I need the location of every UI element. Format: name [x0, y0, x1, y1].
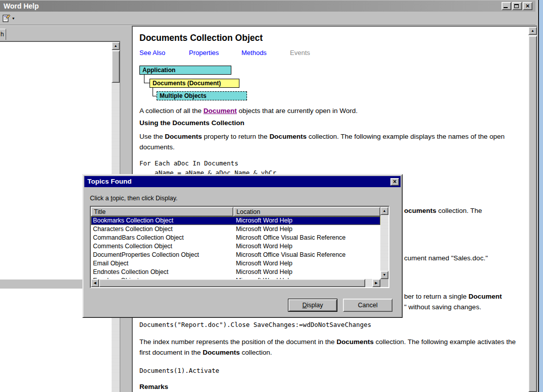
topic-row[interactable]: DocumentProperties Collection Object Mic… [91, 251, 380, 259]
list-item[interactable]: EmailSignature Object [0, 334, 112, 343]
topic-location-cell: Microsoft Word Help [233, 216, 292, 225]
column-header-title[interactable]: Title [91, 207, 233, 216]
topic-location-cell: Microsoft Word Help [233, 259, 292, 268]
tab-search-fragment[interactable]: h [0, 29, 6, 40]
scroll-up-button[interactable]: ▲ [112, 42, 120, 50]
methods-link[interactable]: Methods [241, 49, 267, 57]
scroll-up-icon: ▲ [114, 44, 118, 47]
tab-label: h [1, 31, 4, 38]
topic-title-cell: CommandBars Collection Object [91, 234, 233, 242]
maximize-button[interactable] [512, 2, 522, 10]
dialog-close-button[interactable]: × [390, 178, 399, 186]
list-item[interactable]: EmailOptions Object [0, 325, 112, 334]
list-item[interactable]: Envelope Object [0, 361, 112, 370]
code-activate: Documents(1).Activate [139, 366, 219, 375]
topic-location-cell: Microsoft Word Help [233, 242, 292, 251]
list-item[interactable]: Endnote Object [0, 343, 112, 352]
scroll-up-button[interactable]: ▲ [380, 207, 388, 215]
list-item[interactable]: AutoCorrectEntry Object [0, 125, 112, 134]
list-item[interactable]: - K [0, 379, 112, 388]
topic-row[interactable]: Endnotes Collection Object Microsoft Wor… [91, 268, 380, 276]
scrollbar-corner [380, 279, 388, 287]
list-item[interactable]: w Objects and Collections [0, 43, 112, 52]
window-titlebar: Word Help × [0, 1, 535, 12]
list-item[interactable]: AutoCorrect Object [0, 116, 112, 125]
events-link-disabled: Events [290, 49, 310, 57]
properties-link[interactable]: Properties [189, 49, 219, 57]
topic-row[interactable]: Email Object Microsoft Word Help [91, 259, 380, 268]
list-item[interactable]: AddIns Collection Object [0, 71, 112, 80]
diagram-box-application[interactable]: Application [139, 66, 231, 75]
word-help-window: Word Help × ▼ h w Objects [0, 0, 539, 392]
list-item[interactable]: - B [0, 52, 112, 62]
list-item[interactable]: Endnotes Collection Object [0, 352, 112, 361]
dialog-title: Topics Found [87, 178, 132, 185]
topic-location-cell: Microsoft Word Help [233, 225, 292, 234]
list-item[interactable]: Bookmark Object [0, 161, 112, 171]
table-vertical-scrollbar[interactable]: ▲ ▼ [380, 207, 388, 279]
diagram-connector [153, 88, 157, 96]
diagram-connector [144, 75, 150, 83]
toolbar: ▼ [0, 12, 535, 25]
diagram-box-documents[interactable]: Documents (Document) [150, 79, 239, 88]
list-item[interactable]: Adjustments Object [0, 80, 112, 89]
cancel-button[interactable]: Cancel [343, 299, 392, 312]
topic-title-cell: Characters Collection Object [91, 225, 233, 234]
topic-location-cell: Microsoft Office Visual Basic Reference [233, 251, 345, 259]
topic-title-cell: Endnotes Collection Object [91, 268, 233, 276]
scroll-left-button[interactable]: ◀ [91, 279, 99, 287]
list-item[interactable]: AutoTextEntries Collection Object [0, 152, 112, 161]
display-button[interactable]: Display [288, 299, 337, 312]
using-heading: Using the Documents Collection [139, 119, 244, 127]
scroll-down-button[interactable]: ▼ [380, 271, 388, 279]
diagram-box-multiple-objects[interactable]: Multiple Objects [157, 91, 247, 100]
list-item[interactable]: AutoTextEntry Object [0, 143, 112, 152]
list-item[interactable]: AutoCorrectEntries Collection Object [0, 134, 112, 143]
dropdown-icon: ▼ [12, 17, 15, 20]
topics-table: Title Location Bookmarks Collection Obje… [90, 206, 389, 288]
topic-title-cell: Bookmarks Collection Object [91, 216, 233, 225]
topic-location-cell: Microsoft Office Visual Basic Reference [233, 234, 345, 242]
scrollbar-thumb[interactable] [99, 279, 365, 287]
list-item[interactable] [0, 370, 112, 379]
topics-found-dialog: Topics Found × Click a topic, then click… [82, 174, 403, 318]
code-close-document: Documents("Report.doc").Close SaveChange… [139, 320, 371, 329]
window-controls: × [502, 2, 532, 10]
topics-rows: Bookmarks Collection Object Microsoft Wo… [91, 216, 380, 279]
using-paragraph: Use the Documents property to return the… [139, 131, 514, 152]
scroll-left-icon: ◀ [93, 281, 96, 285]
topic-row[interactable]: Bookmarks Collection Object Microsoft Wo… [91, 216, 380, 225]
scroll-up-icon: ▲ [383, 209, 386, 212]
scrollbar-thumb[interactable] [528, 36, 537, 392]
scroll-right-icon: ▶ [375, 281, 377, 285]
occluded-text-fragment: ocuments collection. The [404, 207, 482, 214]
topic-row[interactable]: Comments Collection Object Microsoft Wor… [91, 242, 380, 251]
close-icon: × [391, 178, 399, 185]
column-header-location[interactable]: Location [233, 207, 380, 216]
scroll-down-icon: ▼ [383, 273, 386, 276]
scroll-up-button[interactable]: ▲ [528, 27, 537, 35]
minimize-icon [504, 7, 508, 8]
dialog-instruction: Click a topic, then click Display. [90, 195, 177, 202]
minimize-button[interactable] [502, 2, 511, 10]
topic-title-cell: DocumentProperties Collection Object [91, 251, 233, 259]
list-item[interactable]: AutoCaptions Collection Object [0, 107, 112, 116]
list-item[interactable]: AutoCaption Object [0, 98, 112, 107]
remarks-heading: Remarks [139, 383, 168, 390]
options-icon [2, 14, 11, 23]
occluded-text-fragment: ber to return a single Document [404, 293, 502, 300]
occluded-text-fragment: cument named "Sales.doc." [404, 254, 488, 262]
list-item[interactable]: AddIn Object [0, 62, 112, 71]
topic-row[interactable]: Characters Collection Object Microsoft W… [91, 225, 380, 234]
options-button[interactable]: ▼ [2, 13, 16, 23]
scrollbar-thumb[interactable] [112, 50, 120, 83]
see-also-link[interactable]: See Also [139, 49, 165, 57]
list-item[interactable]: Application Object [0, 89, 112, 98]
table-horizontal-scrollbar[interactable]: ◀ ▶ [91, 279, 380, 287]
document-link[interactable]: Document [204, 107, 237, 115]
occluded-text-fragment: " without saving changes. [404, 303, 481, 311]
close-button[interactable]: × [523, 2, 532, 10]
content-scrollbar[interactable]: ▲ [528, 27, 537, 392]
topic-row[interactable]: CommandBars Collection Object Microsoft … [91, 234, 380, 242]
scroll-right-button[interactable]: ▶ [372, 279, 380, 287]
